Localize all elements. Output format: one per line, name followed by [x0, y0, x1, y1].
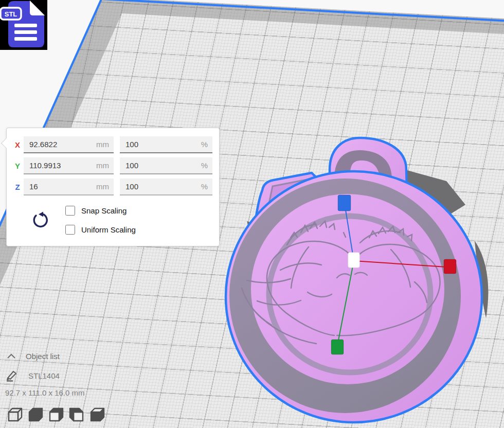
- y-percent-field: %: [120, 157, 212, 174]
- x-size-unit: mm: [96, 140, 109, 149]
- reset-icon: [31, 211, 50, 230]
- scale-row-y: Y mm %: [7, 157, 219, 175]
- pencil-icon: [5, 369, 19, 382]
- view-left-button[interactable]: [68, 406, 85, 423]
- object-item-name: STL1404: [28, 371, 60, 380]
- scale-handle-x[interactable]: [444, 259, 456, 274]
- scale-row-z: Z mm %: [7, 179, 219, 196]
- y-percent-input[interactable]: [120, 157, 212, 173]
- model-stl1404[interactable]: [206, 126, 504, 428]
- scale-row-x: X mm %: [7, 136, 219, 154]
- stl-file-icon[interactable]: STL: [0, 0, 51, 51]
- model-dimensions-label: 92.7 x 111.0 x 16.0 mm: [5, 388, 85, 397]
- axis-z-label: Z: [12, 183, 23, 191]
- uniform-scaling-checkbox[interactable]: [65, 225, 75, 235]
- view-right-button[interactable]: [88, 406, 106, 423]
- view-top-button[interactable]: [47, 406, 65, 423]
- snap-scaling-label: Snap Scaling: [81, 206, 127, 215]
- axis-x-label: X: [12, 140, 23, 149]
- z-percent-input[interactable]: [120, 179, 212, 194]
- cube-right-icon: [88, 406, 106, 423]
- document-lines-icon: [14, 24, 37, 41]
- snap-scaling-checkbox[interactable]: [65, 206, 75, 216]
- uniform-scaling-option: Uniform Scaling: [65, 225, 136, 235]
- slicer-window: STL X mm % Y mm %: [0, 0, 504, 428]
- x-percent-field: %: [120, 136, 212, 153]
- scale-handle-z[interactable]: [338, 195, 351, 211]
- stl-badge-label: STL: [5, 10, 17, 18]
- snap-scaling-option: Snap Scaling: [65, 206, 127, 216]
- object-list-header: Object list: [26, 352, 60, 361]
- z-percent-unit: %: [201, 182, 208, 191]
- z-size-field: mm: [24, 179, 114, 195]
- view-front-button[interactable]: [27, 406, 44, 423]
- z-size-unit: mm: [96, 182, 109, 191]
- x-percent-unit: %: [201, 140, 208, 149]
- object-list-item[interactable]: STL1404: [5, 369, 60, 382]
- cube-front-icon: [27, 406, 44, 423]
- reset-scale-button[interactable]: [31, 211, 50, 230]
- scale-handle-center[interactable]: [348, 253, 359, 268]
- cube-3d-icon: [6, 406, 24, 423]
- chevron-up-icon: [7, 353, 16, 359]
- object-list-toggle[interactable]: Object list: [7, 352, 60, 361]
- x-percent-input[interactable]: [120, 136, 212, 152]
- cube-top-icon: [47, 406, 65, 423]
- uniform-scaling-label: Uniform Scaling: [81, 225, 136, 234]
- scale-tool-panel: X mm % Y mm % Z mm: [6, 128, 220, 246]
- model-body: [226, 171, 482, 422]
- y-percent-unit: %: [201, 161, 208, 170]
- y-size-unit: mm: [96, 161, 109, 170]
- view-3d-button[interactable]: [6, 406, 24, 423]
- scale-handle-y[interactable]: [331, 340, 344, 354]
- axis-y-label: Y: [12, 162, 23, 170]
- folded-corner-icon: [30, 1, 45, 15]
- z-percent-field: %: [120, 179, 212, 195]
- y-size-field: mm: [24, 157, 114, 174]
- cube-left-icon: [68, 406, 85, 423]
- x-size-field: mm: [24, 136, 114, 153]
- camera-view-toolbar: [6, 406, 109, 423]
